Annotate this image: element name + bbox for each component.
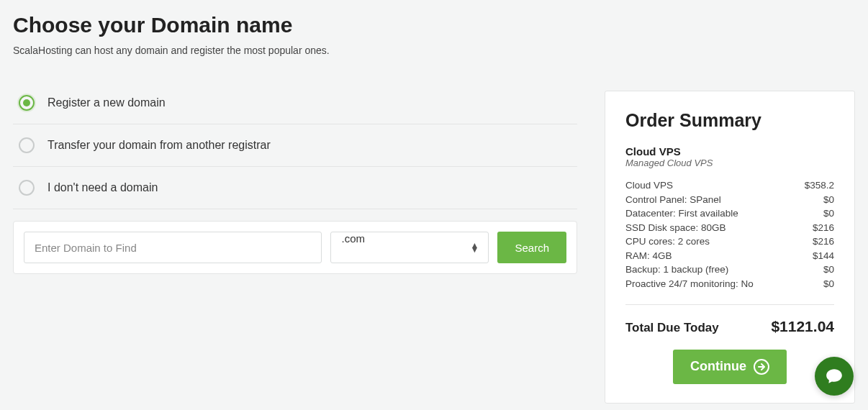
total-label: Total Due Today (625, 321, 719, 335)
option-no-domain[interactable]: I don't need a domain (13, 167, 577, 209)
line-item: Datacenter: First available$0 (625, 206, 834, 221)
summary-title: Order Summary (625, 110, 834, 131)
radio-icon (19, 137, 35, 153)
option-register-new[interactable]: Register a new domain (13, 82, 577, 124)
option-transfer[interactable]: Transfer your domain from another regist… (13, 124, 577, 167)
line-item: RAM: 4GB$144 (625, 249, 834, 263)
line-item-label: RAM: 4GB (625, 249, 672, 263)
line-item-price: $0 (823, 206, 834, 221)
radio-icon (19, 180, 35, 196)
continue-button[interactable]: Continue (673, 350, 787, 384)
summary-product: Cloud VPS (625, 145, 834, 158)
summary-product-sub: Managed Cloud VPS (625, 158, 834, 168)
arrow-right-circle-icon (754, 359, 769, 375)
line-item-price: $0 (823, 277, 834, 291)
tld-select[interactable]: .com (330, 232, 489, 263)
line-item-price: $358.2 (805, 178, 834, 193)
line-item-price: $216 (813, 221, 834, 235)
domain-input[interactable] (24, 232, 322, 263)
continue-label: Continue (690, 359, 746, 374)
line-item-label: Cloud VPS (625, 178, 673, 193)
line-item: CPU cores: 2 cores$216 (625, 234, 834, 249)
line-item-price: $0 (823, 193, 834, 207)
line-item-label: Backup: 1 backup (free) (625, 263, 728, 277)
line-item: Backup: 1 backup (free)$0 (625, 263, 834, 277)
line-item-price: $0 (823, 263, 834, 277)
page-subtitle: ScalaHosting can host any domain and reg… (13, 45, 577, 56)
line-item-price: $144 (813, 249, 834, 263)
domain-search-card: .com ▲▼ Search (13, 221, 577, 274)
divider (625, 304, 834, 305)
line-item-label: SSD Disk space: 80GB (625, 221, 726, 235)
line-item-label: CPU cores: 2 cores (625, 234, 710, 249)
page-title: Choose your Domain name (13, 13, 577, 37)
chat-icon (825, 367, 844, 386)
line-item: Proactive 24/7 monitoring: No$0 (625, 277, 834, 291)
order-summary-card: Order Summary Cloud VPS Managed Cloud VP… (605, 91, 855, 404)
line-item-price: $216 (813, 234, 834, 249)
option-label: Transfer your domain from another regist… (48, 139, 271, 152)
line-item: Cloud VPS$358.2 (625, 178, 834, 193)
line-item-label: Datacenter: First available (625, 206, 738, 221)
total-value: $1121.04 (771, 318, 834, 335)
line-item: Control Panel: SPanel$0 (625, 193, 834, 207)
line-item-label: Control Panel: SPanel (625, 193, 721, 207)
line-item-label: Proactive 24/7 monitoring: No (625, 277, 754, 291)
option-label: Register a new domain (48, 96, 166, 109)
radio-icon (19, 95, 35, 111)
option-label: I don't need a domain (48, 181, 158, 194)
search-button[interactable]: Search (497, 232, 566, 263)
line-item: SSD Disk space: 80GB$216 (625, 221, 834, 235)
chat-button[interactable] (815, 357, 854, 396)
